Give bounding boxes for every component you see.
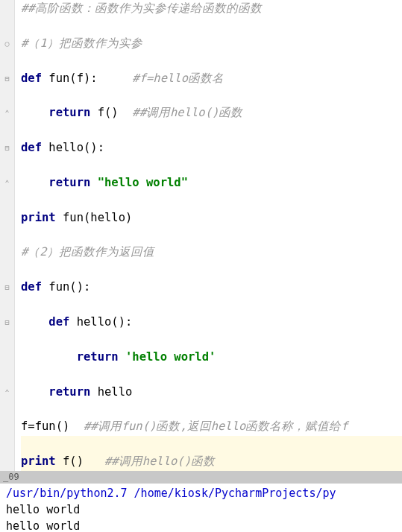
console-interpreter-path: /usr/bin/python2.7 /home/kiosk/PycharmPr…	[6, 485, 396, 501]
comment-text: #（1）把函数作为实参	[21, 37, 142, 50]
code-line[interactable]: def hello():	[21, 314, 402, 331]
code-editor[interactable]: ○⊟⌃⊟⌃⊟⊟⌃ ##高阶函数：函数作为实参传递给函数的函数#（1）把函数作为实…	[0, 0, 402, 471]
code-line[interactable]: #（2）把函数作为返回值	[21, 244, 402, 261]
fold-marker-icon[interactable]: ○	[3, 39, 11, 48]
fold-close-icon[interactable]: ⌃	[3, 179, 11, 187]
console-output[interactable]: /usr/bin/python2.7 /home/kiosk/PycharmPr…	[0, 483, 402, 532]
status-bar: _09	[0, 471, 402, 483]
code-line[interactable]	[21, 297, 402, 314]
code-line[interactable]	[21, 366, 402, 383]
code-line[interactable]	[21, 262, 402, 279]
keyword-return: return	[48, 385, 97, 399]
console-output-line: hello world	[6, 501, 396, 518]
keyword-print: print	[21, 455, 63, 468]
keyword-return: return	[48, 106, 97, 119]
trailing-comment: ##调用hello()函数	[119, 106, 243, 119]
fold-open-icon[interactable]: ⊟	[3, 283, 11, 291]
keyword-return: return	[77, 350, 125, 364]
code-line[interactable]: return "hello world"	[21, 174, 402, 191]
code-line[interactable]: def hello():	[21, 139, 402, 156]
params: ():	[84, 141, 104, 154]
code-line[interactable]: #（1）把函数作为实参	[21, 35, 402, 52]
fold-open-icon[interactable]: ⊟	[3, 144, 11, 152]
print-expr: f()	[63, 455, 84, 468]
gutter: ○⊟⌃⊟⌃⊟⊟⌃	[0, 0, 15, 471]
code-line[interactable]: return hello	[21, 384, 402, 401]
keyword-print: print	[21, 211, 63, 224]
keyword-def: def	[48, 315, 76, 329]
code-line[interactable]: ##高阶函数：函数作为实参传递给函数的函数	[21, 0, 402, 17]
code-line[interactable]	[21, 52, 402, 69]
code-line[interactable]	[21, 227, 402, 244]
trailing-comment: #f=hello函数名	[98, 72, 224, 85]
keyword-return: return	[48, 176, 97, 189]
fold-close-icon[interactable]: ⌃	[3, 388, 11, 396]
fold-open-icon[interactable]: ⊟	[3, 75, 11, 83]
fold-open-icon[interactable]: ⊟	[3, 318, 11, 326]
code-line[interactable]: def fun(f): #f=hello函数名	[21, 70, 402, 87]
code-line[interactable]: def fun():	[21, 279, 402, 296]
params: ():	[111, 315, 132, 329]
string-literal: "hello world"	[98, 176, 188, 189]
code-area[interactable]: ##高阶函数：函数作为实参传递给函数的函数#（1）把函数作为实参def fun(…	[15, 0, 402, 471]
console-output-line: hello world	[6, 518, 396, 532]
function-name: fun	[48, 72, 69, 85]
code-line[interactable]	[21, 436, 402, 453]
code-line[interactable]: return 'hello world'	[21, 349, 402, 366]
code-line[interactable]: print f() ##调用hello()函数	[21, 453, 402, 470]
string-literal: 'hello world'	[125, 350, 216, 364]
params: ():	[69, 280, 90, 294]
code-line[interactable]: return f() ##调用hello()函数	[21, 104, 402, 121]
fold-close-icon[interactable]: ⌃	[3, 109, 11, 117]
code-line[interactable]	[21, 401, 402, 418]
code-line[interactable]: print fun(hello)	[21, 209, 402, 227]
function-name: hello	[48, 141, 84, 154]
code-line[interactable]	[21, 17, 402, 34]
function-name: hello	[77, 315, 112, 329]
print-expr: fun(hello)	[63, 211, 132, 224]
return-expr: f()	[98, 106, 119, 119]
assignment: f=fun()	[21, 419, 69, 433]
code-line[interactable]	[21, 157, 402, 174]
function-name: fun	[48, 280, 69, 294]
code-line[interactable]	[21, 331, 402, 348]
return-expr: hello	[98, 385, 133, 399]
code-line[interactable]	[21, 191, 402, 209]
status-text: _09	[3, 472, 19, 482]
comment-text: ##高阶函数：函数作为实参传递给函数的函数	[21, 1, 262, 15]
trailing-comment: ##调用fun()函数,返回hello函数名称，赋值给f	[69, 419, 348, 433]
code-line[interactable]: f=fun() ##调用fun()函数,返回hello函数名称，赋值给f	[21, 418, 402, 435]
trailing-comment: ##调用hello()函数	[84, 455, 215, 468]
keyword-def: def	[21, 141, 48, 154]
code-line[interactable]	[21, 122, 402, 139]
code-line[interactable]	[21, 87, 402, 104]
keyword-def: def	[21, 280, 48, 294]
keyword-def: def	[21, 72, 48, 85]
comment-text: #（2）把函数作为返回值	[21, 245, 154, 259]
params: (f):	[69, 72, 97, 85]
